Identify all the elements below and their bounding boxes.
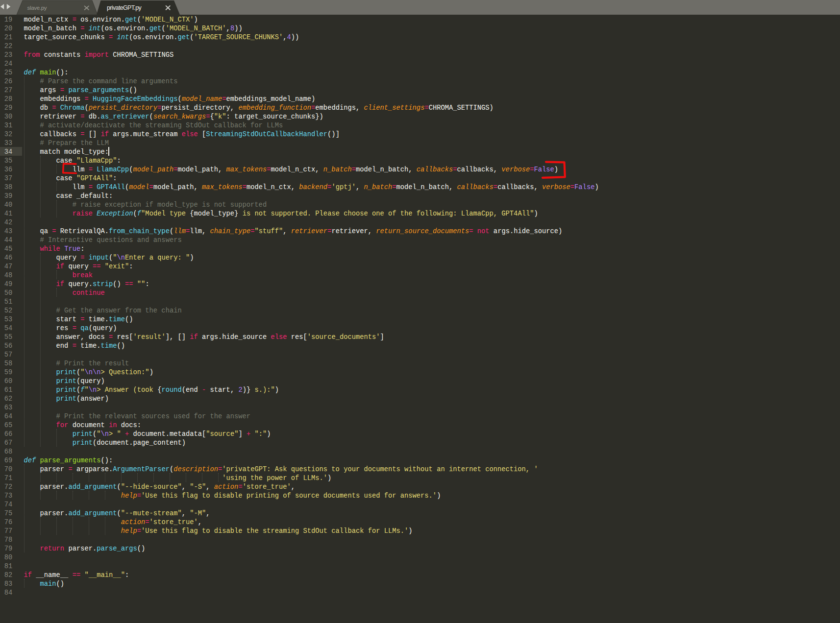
- svg-text:slave.py: slave.py: [27, 5, 47, 11]
- svg-text:privateGPT.py: privateGPT.py: [107, 4, 142, 11]
